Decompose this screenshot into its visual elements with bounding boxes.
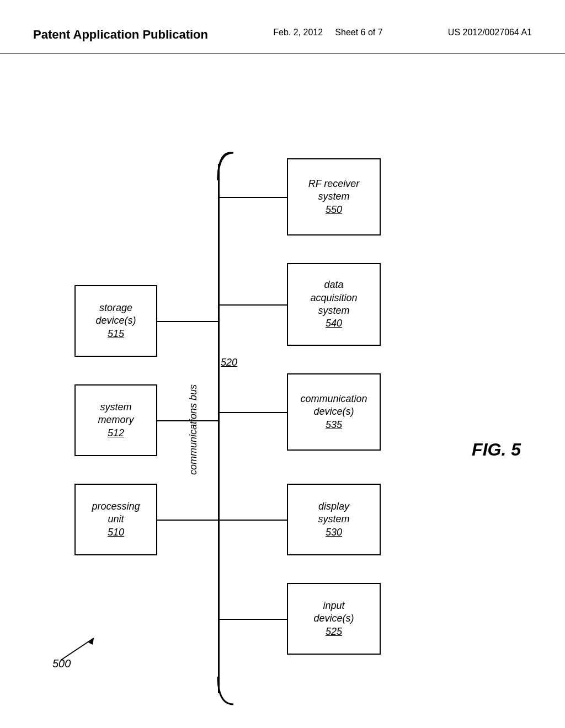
- communication-device-number: 535: [326, 419, 342, 431]
- publication-number: US 2012/0027064 A1: [448, 28, 532, 38]
- display-system-label: displaysystem: [318, 500, 349, 526]
- storage-device-connector: [157, 321, 219, 322]
- system-memory-number: 512: [108, 427, 124, 440]
- data-acquisition-label: dataacquisitionsystem: [310, 279, 357, 317]
- input-device-number: 525: [326, 625, 342, 638]
- storage-device-box: storagedevice(s) 515: [74, 285, 157, 357]
- processing-unit-label: processingunit: [92, 500, 140, 526]
- communication-device-label: communicationdevice(s): [300, 393, 367, 419]
- bus-number: 520: [221, 357, 237, 368]
- system-memory-connector: [157, 420, 219, 421]
- processing-unit-connector: [157, 520, 219, 521]
- publication-date-sheet: Feb. 2, 2012 Sheet 6 of 7: [273, 28, 382, 38]
- rf-receiver-connector: [219, 197, 287, 198]
- sheet-info: Sheet 6 of 7: [335, 28, 382, 37]
- display-system-connector: [219, 520, 287, 521]
- pub-date: Feb. 2, 2012: [273, 28, 323, 37]
- display-system-box: displaysystem 530: [287, 484, 381, 555]
- communication-device-box: communicationdevice(s) 535: [287, 373, 381, 451]
- communication-device-connector: [219, 412, 287, 413]
- system-memory-box: systemmemory 512: [74, 384, 157, 456]
- bus-bottom-curve: [200, 677, 236, 707]
- system-memory-label: systemmemory: [98, 401, 134, 427]
- communications-bus-line: [218, 164, 220, 693]
- data-acquisition-number: 540: [326, 317, 342, 330]
- processing-unit-number: 510: [108, 526, 124, 539]
- figure-label: FIG. 5: [472, 440, 521, 460]
- storage-device-label: storagedevice(s): [95, 302, 136, 328]
- rf-receiver-box: RF receiversystem 550: [287, 158, 381, 235]
- publication-title: Patent Application Publication: [33, 28, 208, 42]
- storage-device-number: 515: [108, 328, 124, 340]
- bus-top-curve: [200, 150, 236, 183]
- input-device-label: inputdevice(s): [313, 599, 354, 625]
- page-header: Patent Application Publication Feb. 2, 2…: [0, 0, 565, 53]
- input-device-connector: [219, 619, 287, 620]
- patent-diagram: 500 processingunit 510 systemmemory 512 …: [0, 53, 565, 715]
- processing-unit-box: processingunit 510: [74, 484, 157, 555]
- display-system-number: 530: [326, 526, 342, 539]
- rf-receiver-number: 550: [326, 204, 342, 216]
- data-acquisition-box: dataacquisitionsystem 540: [287, 263, 381, 346]
- system-number: 500: [52, 657, 71, 670]
- input-device-box: inputdevice(s) 525: [287, 583, 381, 655]
- bus-label: communications bus: [188, 384, 199, 475]
- rf-receiver-label: RF receiversystem: [308, 178, 360, 204]
- svg-line-0: [61, 638, 94, 660]
- data-acquisition-connector: [219, 304, 287, 306]
